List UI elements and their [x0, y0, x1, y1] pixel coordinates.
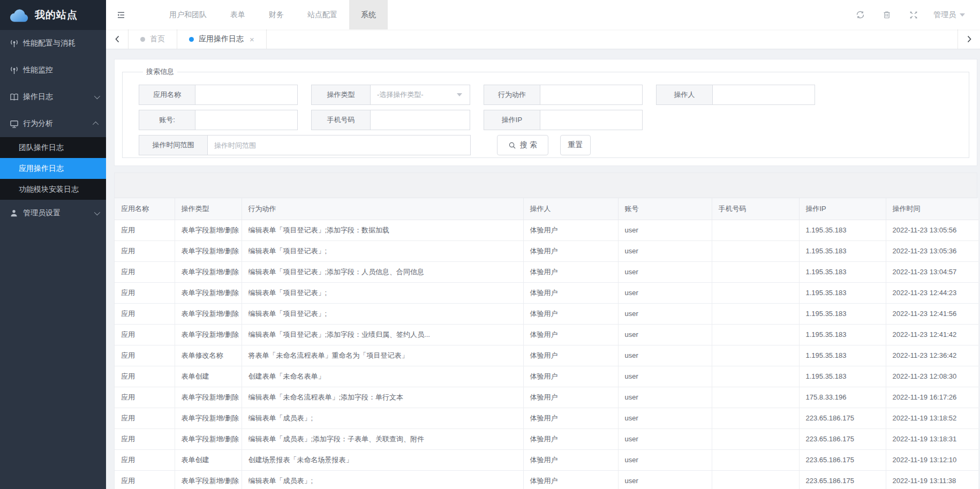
- topnav-label: 站点配置: [307, 10, 337, 20]
- reset-button-label: 重置: [568, 140, 583, 150]
- table-cell: 表单创建: [175, 366, 242, 387]
- table-cell: 应用: [115, 408, 175, 428]
- table-cell: 表单字段新增/删除: [175, 282, 242, 303]
- table-cell: 应用: [115, 345, 175, 366]
- sidebar-item-label: 性能配置与消耗: [23, 39, 99, 48]
- table-cell: 223.65.186.175: [799, 449, 886, 470]
- account-input[interactable]: [195, 110, 297, 130]
- column-header: 操作时间: [886, 198, 978, 220]
- tab-status-dot: [140, 37, 145, 42]
- table-cell: 表单创建: [175, 449, 242, 470]
- admin-dropdown[interactable]: 管理员: [933, 10, 965, 20]
- action-input[interactable]: [540, 85, 642, 104]
- table-cell: 编辑表单「项目登记表」;: [242, 303, 523, 324]
- operation-ip-input[interactable]: [540, 110, 642, 130]
- chevron-right-icon[interactable]: [958, 29, 980, 49]
- operator-input[interactable]: [713, 85, 815, 104]
- table-cell: 2022-11-23 12:08:30: [886, 366, 978, 387]
- site-title: 我的站点: [35, 8, 78, 22]
- table-cell: 表单字段新增/删除: [175, 240, 242, 261]
- phone-input[interactable]: [371, 110, 470, 130]
- table-cell: 应用: [115, 449, 175, 470]
- column-header: 手机号码: [712, 198, 799, 220]
- topnav-item-site-config[interactable]: 站点配置: [296, 0, 349, 29]
- table-cell: 编辑表单「成员表」;: [242, 408, 523, 428]
- sidebar-item-performance-config[interactable]: 性能配置与消耗: [0, 30, 106, 57]
- table-cell: 223.65.186.175: [799, 428, 886, 449]
- chevron-left-icon[interactable]: [106, 29, 129, 49]
- field-operation-type[interactable]: 操作类型 -选择操作类型-: [311, 85, 470, 105]
- topnav-item-system[interactable]: 系统: [349, 0, 388, 29]
- close-icon[interactable]: ×: [250, 35, 254, 43]
- table-cell: 表单字段新增/删除: [175, 261, 242, 282]
- table-cell: 表单字段新增/删除: [175, 220, 242, 240]
- field-label: 手机号码: [312, 110, 371, 130]
- sidebar-item-performance-monitor[interactable]: 性能监控: [0, 57, 106, 84]
- top-header: 用户和团队 表单 财务 站点配置 系统: [106, 0, 980, 29]
- user-icon: [10, 209, 19, 218]
- fullscreen-icon[interactable]: [900, 0, 927, 29]
- table-cell: 编辑表单「项目登记表」;: [242, 282, 523, 303]
- search-button[interactable]: 搜 索: [497, 135, 548, 155]
- main-area: 用户和团队 表单 财务 站点配置 系统: [106, 0, 980, 489]
- field-label: 账号:: [139, 110, 195, 130]
- table-cell: user: [618, 303, 712, 324]
- field-label: 行为动作: [484, 85, 540, 104]
- table-row: 应用表单字段新增/删除编辑表单「项目登记表」;添加字段：业绩归属、签约人员...…: [115, 324, 978, 345]
- sidebar-item-admin-settings[interactable]: 管理员设置: [0, 200, 106, 227]
- table-cell: 1.195.35.183: [799, 324, 886, 345]
- table-cell: 2022-11-19 13:11:38: [886, 470, 978, 489]
- trash-icon[interactable]: [873, 0, 900, 29]
- caret-down-icon: [960, 13, 965, 17]
- table-cell: 体验用户: [523, 324, 618, 345]
- sidebar-item-app-operation-log[interactable]: 应用操作日志: [0, 158, 106, 179]
- table-cell: 体验用户: [523, 449, 618, 470]
- cloud-icon: [10, 8, 29, 22]
- table-cell: 223.65.186.175: [799, 408, 886, 428]
- refresh-icon[interactable]: [847, 0, 873, 29]
- table-cell: [712, 470, 799, 489]
- table-cell: 应用: [115, 240, 175, 261]
- table-body: 应用表单字段新增/删除编辑表单「项目登记表」;添加字段：数据加载体验用户user…: [115, 220, 978, 489]
- table-cell: 1.195.35.183: [799, 240, 886, 261]
- book-icon: [10, 93, 19, 102]
- tab-app-operation-log[interactable]: 应用操作日志 ×: [177, 29, 267, 49]
- table-cell: 体验用户: [523, 366, 618, 387]
- topnav-item-forms[interactable]: 表单: [218, 0, 257, 29]
- search-panel: 搜索信息 应用名称 操作类型 -选择操作类型-: [114, 59, 977, 166]
- table-cell: [712, 387, 799, 408]
- sidebar-item-module-install-log[interactable]: 功能模块安装日志: [0, 179, 106, 200]
- operation-type-select[interactable]: -选择操作类型-: [371, 85, 470, 104]
- column-header: 账号: [618, 198, 712, 220]
- field-time-range: 操作时间范围: [139, 135, 471, 155]
- table-row: 应用表单字段新增/删除编辑表单「项目登记表」;添加字段：人员信息、合同信息体验用…: [115, 261, 978, 282]
- table-cell: [712, 345, 799, 366]
- table-cell: 表单字段新增/删除: [175, 324, 242, 345]
- tab-home[interactable]: 首页: [129, 29, 177, 49]
- table-row: 应用表单字段新增/删除编辑表单「项目登记表」;添加字段：数据加载体验用户user…: [115, 220, 978, 240]
- table-cell: 体验用户: [523, 408, 618, 428]
- topnav-item-finance[interactable]: 财务: [257, 0, 296, 29]
- magnifier-icon: [508, 141, 516, 149]
- search-legend: 搜索信息: [143, 67, 177, 77]
- table-cell: 1.195.35.183: [799, 282, 886, 303]
- table-cell: 体验用户: [523, 220, 618, 240]
- sidebar-item-label: 性能监控: [23, 65, 99, 75]
- log-table-panel: 应用名称操作类型行为动作操作人账号手机号码操作IP操作时间 应用表单字段新增/删…: [114, 172, 977, 489]
- reset-button[interactable]: 重置: [560, 135, 591, 155]
- table-cell: user: [618, 220, 712, 240]
- sidebar: 我的站点 性能配置与消耗 性能监控: [0, 0, 106, 489]
- search-row-1: 应用名称 操作类型 -选择操作类型- 行为动作: [139, 85, 958, 105]
- sidebar-item-operation-log[interactable]: 操作日志: [0, 84, 106, 110]
- table-cell: 175.8.33.196: [799, 387, 886, 408]
- table-cell: 应用: [115, 303, 175, 324]
- sidebar-item-team-operation-log[interactable]: 团队操作日志: [0, 137, 106, 158]
- time-range-input[interactable]: [208, 136, 470, 155]
- field-label: 操作人: [657, 85, 713, 104]
- menu-fold-icon[interactable]: [106, 0, 136, 29]
- sidebar-item-behavior-analysis[interactable]: 行为分析: [0, 110, 106, 137]
- table-cell: [712, 428, 799, 449]
- app-name-input[interactable]: [195, 85, 297, 104]
- table-cell: 编辑表单「未命名流程表单」;添加字段：单行文本: [242, 387, 523, 408]
- topnav-item-users-teams[interactable]: 用户和团队: [157, 0, 218, 29]
